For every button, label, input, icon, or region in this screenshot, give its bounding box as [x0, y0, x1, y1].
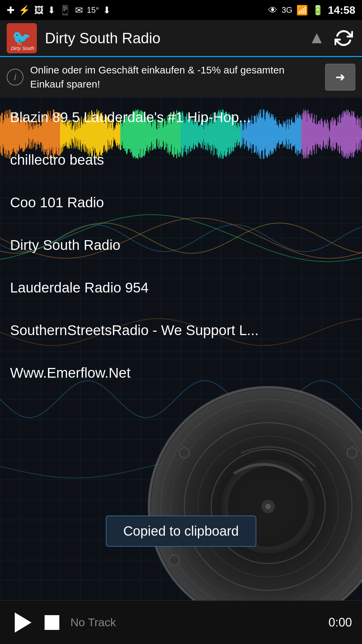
main-content: Blazin 89.5 Lauderdale's #1 Hip-Hop... c… — [0, 97, 362, 600]
network-type: 3G — [282, 5, 292, 15]
ad-text: Online oder im Geschäft einkaufen & -15%… — [30, 63, 320, 91]
track-info: No Track — [70, 616, 328, 629]
app-bar: 🐦 Dirty South Dirty South Radio — [0, 20, 362, 57]
player-bar: No Track 0:00 — [0, 600, 362, 644]
play-button[interactable] — [10, 611, 34, 634]
station-item[interactable]: Www.Emerflow.Net — [0, 352, 362, 394]
svg-marker-3 — [312, 33, 322, 43]
stop-icon — [45, 615, 59, 630]
image-icon: 🖼 — [34, 5, 44, 16]
station-name: Dirty South Radio — [10, 237, 120, 253]
ad-info-icon: i — [7, 69, 23, 86]
station-item[interactable]: Coo 101 Radio — [0, 181, 362, 224]
tablet-icon: 📱 — [59, 5, 71, 16]
station-name: Coo 101 Radio — [10, 195, 104, 210]
station-name: chillectro beats — [10, 152, 104, 168]
station-item[interactable]: chillectro beats — [0, 139, 362, 181]
station-name: Lauderdale Radio 954 — [10, 280, 148, 296]
usb-icon: ⚡ — [18, 5, 30, 16]
app-title: Dirty South Radio — [45, 30, 312, 47]
email-icon: ✉ — [75, 5, 83, 16]
ad-banner: i Online oder im Geschäft einkaufen & -1… — [0, 57, 362, 97]
toast-message: Copied to clipboard — [123, 524, 239, 538]
station-item[interactable]: SouthernStreetsRadio - We Support L... — [0, 309, 362, 352]
add-icon: ✚ — [7, 5, 14, 16]
station-name: SouthernStreetsRadio - We Support L... — [10, 322, 259, 338]
signal-icon: 📶 — [296, 5, 308, 16]
station-name: Www.Emerflow.Net — [10, 365, 130, 381]
clock-display: 14:58 — [328, 4, 355, 16]
play-icon — [15, 612, 32, 633]
temp-display: 15° — [87, 5, 99, 15]
battery-icon: 🔋 — [312, 5, 324, 16]
download2-icon: ⬇ — [103, 5, 111, 16]
ad-arrow-button[interactable] — [325, 64, 355, 91]
station-item[interactable]: Blazin 89.5 Lauderdale's #1 Hip-Hop... — [0, 97, 362, 139]
station-item[interactable]: Dirty South Radio — [0, 224, 362, 266]
svg-text:🐦: 🐦 — [12, 29, 31, 47]
stop-button[interactable] — [40, 611, 64, 634]
toast-notification: Copied to clipboard — [106, 516, 256, 547]
svg-text:Dirty South: Dirty South — [11, 46, 34, 51]
station-item[interactable]: Lauderdale Radio 954 — [0, 266, 362, 309]
player-time: 0:00 — [328, 615, 352, 630]
status-bar: ✚ ⚡ 🖼 ⬇ 📱 ✉ 15° ⬇ 👁 3G 📶 🔋 14:58 — [0, 0, 362, 20]
station-name: Blazin 89.5 Lauderdale's #1 Hip-Hop... — [10, 109, 251, 125]
eye-icon: 👁 — [268, 5, 278, 16]
station-list: Blazin 89.5 Lauderdale's #1 Hip-Hop... c… — [0, 97, 362, 394]
refresh-button[interactable] — [332, 26, 355, 50]
download-icon: ⬇ — [48, 5, 55, 16]
app-logo: 🐦 Dirty South — [7, 23, 37, 53]
